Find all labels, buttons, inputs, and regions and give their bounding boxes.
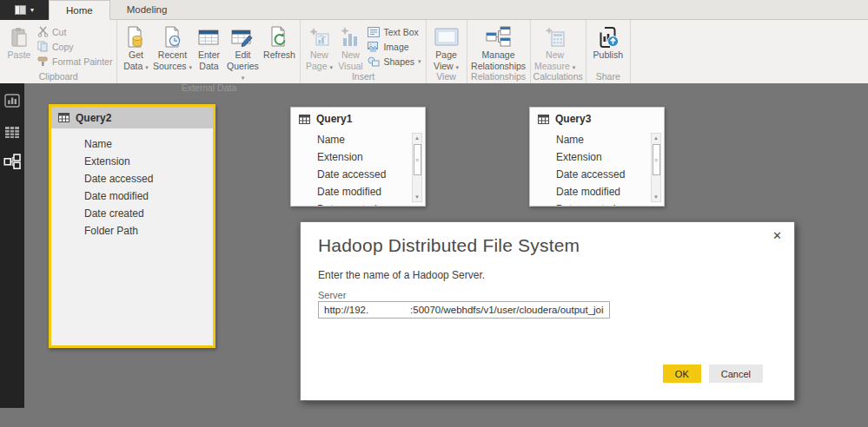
field-item[interactable]: Date modified bbox=[317, 186, 425, 203]
query3-title: Query3 bbox=[555, 113, 591, 125]
table-card-query2[interactable]: Query2 Name Extension Date accessed Date… bbox=[49, 104, 215, 348]
page-view-caret-icon: ▾ bbox=[456, 64, 460, 70]
cut-button[interactable]: Cut bbox=[36, 24, 114, 39]
new-visual-icon bbox=[339, 24, 361, 49]
field-item[interactable]: Name bbox=[556, 134, 664, 151]
scroll-down-icon[interactable]: ▼ bbox=[413, 193, 421, 201]
scroll-down-icon[interactable]: ▼ bbox=[652, 193, 660, 201]
field-item[interactable]: Extension bbox=[556, 151, 664, 168]
table-icon bbox=[299, 115, 310, 124]
field-item[interactable]: Date modified bbox=[556, 186, 664, 203]
field-item[interactable]: Name bbox=[317, 134, 425, 151]
shapes-button[interactable]: Shapes ▾ bbox=[366, 54, 422, 69]
get-data-button[interactable]: Get Data ▾ bbox=[120, 21, 151, 71]
scroll-up-icon[interactable]: ▲ bbox=[652, 134, 660, 142]
field-item[interactable]: Extension bbox=[84, 155, 213, 173]
group-label-calculations: Calculations bbox=[533, 71, 583, 83]
tab-modeling[interactable]: Modeling bbox=[110, 0, 184, 20]
new-measure-icon bbox=[544, 24, 567, 49]
model-view-icon bbox=[3, 154, 21, 169]
field-item[interactable]: Date accessed bbox=[556, 168, 664, 186]
app-menu-caret-icon: ▾ bbox=[30, 6, 34, 14]
ok-button[interactable]: OK bbox=[663, 365, 701, 383]
table-card-query1[interactable]: Query1 Name Extension Date accessed Date… bbox=[290, 107, 426, 207]
image-button[interactable]: Image bbox=[366, 39, 422, 54]
cancel-button[interactable]: Cancel bbox=[709, 365, 763, 383]
enter-data-button[interactable]: Enter Data bbox=[193, 21, 224, 71]
dialog-close-icon[interactable]: ✕ bbox=[769, 227, 785, 244]
new-page-icon bbox=[308, 24, 330, 49]
dialog-title: Hadoop Distributed File System bbox=[318, 235, 580, 256]
new-visual-button[interactable]: New Visual bbox=[335, 21, 366, 71]
recent-sources-caret-icon: ▾ bbox=[189, 64, 192, 70]
table-icon bbox=[538, 115, 549, 124]
model-view-button[interactable] bbox=[0, 150, 24, 173]
refresh-button[interactable]: Refresh bbox=[261, 21, 297, 61]
tab-home[interactable]: Home bbox=[49, 0, 110, 20]
format-painter-icon bbox=[37, 56, 49, 67]
new-measure-button[interactable]: New Measure ▾ bbox=[533, 21, 577, 71]
query1-fields: Name Extension Date accessed Date modifi… bbox=[291, 130, 425, 207]
view-sidebar bbox=[0, 83, 24, 408]
page-view-button[interactable]: Page View ▾ bbox=[429, 21, 464, 71]
ribbon-tabs: Home Modeling bbox=[49, 0, 183, 20]
field-item[interactable]: Name bbox=[84, 138, 213, 155]
recent-sources-button[interactable]: Recent Sources ▾ bbox=[151, 21, 193, 71]
scissors-icon bbox=[37, 26, 49, 37]
query1-scrollbar[interactable]: ▲ ≡ ▼ bbox=[412, 133, 422, 202]
new-page-button[interactable]: New Page ▾ bbox=[303, 21, 335, 71]
group-label-clipboard: Clipboard bbox=[3, 71, 114, 83]
query2-header[interactable]: Query2 bbox=[51, 107, 213, 128]
report-view-icon bbox=[4, 94, 20, 108]
data-view-icon bbox=[4, 126, 20, 139]
group-label-insert: Insert bbox=[303, 71, 422, 83]
data-view-button[interactable] bbox=[0, 121, 24, 143]
group-label-relationships: Relationships bbox=[470, 71, 527, 83]
table-card-query3[interactable]: Query3 Name Extension Date accessed Date… bbox=[529, 107, 665, 207]
query1-header[interactable]: Query1 bbox=[291, 108, 425, 130]
query3-header[interactable]: Query3 bbox=[530, 108, 664, 130]
edit-queries-button[interactable]: Edit Queries ▾ bbox=[224, 21, 261, 82]
edit-queries-caret-icon: ▾ bbox=[242, 75, 245, 81]
scroll-up-icon[interactable]: ▲ bbox=[413, 134, 421, 142]
scroll-thumb[interactable]: ≡ bbox=[414, 144, 421, 175]
field-item[interactable]: Date created bbox=[317, 203, 425, 207]
report-view-button[interactable] bbox=[0, 89, 24, 112]
new-measure-caret-icon: ▾ bbox=[573, 64, 576, 70]
query3-scrollbar[interactable]: ▲ ≡ ▼ bbox=[651, 133, 661, 202]
manage-relationships-icon bbox=[486, 24, 512, 49]
field-item[interactable]: Date accessed bbox=[84, 173, 213, 190]
scroll-thumb[interactable]: ≡ bbox=[653, 144, 660, 175]
manage-relationships-button[interactable]: Manage Relationships bbox=[470, 21, 527, 71]
paste-icon bbox=[10, 24, 29, 49]
app-menu-button[interactable]: ▾ bbox=[0, 0, 49, 20]
dialog-buttons: OK Cancel bbox=[663, 365, 763, 383]
copy-icon bbox=[37, 41, 49, 52]
field-item[interactable]: Extension bbox=[317, 151, 425, 168]
field-item[interactable]: Date created bbox=[84, 207, 213, 225]
text-box-icon bbox=[368, 27, 380, 37]
text-box-button[interactable]: Text Box bbox=[366, 24, 422, 39]
ribbon-group-clipboard: Paste Cut Copy Format Painter bbox=[0, 20, 117, 83]
field-item[interactable]: Date modified bbox=[84, 190, 213, 207]
field-item[interactable]: Date created bbox=[556, 203, 664, 207]
copy-button[interactable]: Copy bbox=[36, 39, 114, 54]
query1-title: Query1 bbox=[316, 113, 352, 125]
server-input[interactable] bbox=[318, 301, 610, 319]
format-painter-button[interactable]: Format Painter bbox=[36, 54, 114, 69]
publish-button[interactable]: Publish bbox=[589, 21, 627, 61]
new-page-caret-icon: ▾ bbox=[329, 64, 333, 70]
shapes-icon bbox=[368, 56, 380, 67]
field-item[interactable]: Folder Path bbox=[84, 225, 213, 242]
group-label-share: Share bbox=[589, 71, 627, 83]
ribbon-group-view: Page View ▾ View bbox=[427, 20, 467, 83]
paste-button[interactable]: Paste bbox=[3, 21, 36, 61]
query2-title: Query2 bbox=[76, 112, 111, 124]
table-icon bbox=[58, 113, 70, 122]
query2-fields: Name Extension Date accessed Date modifi… bbox=[51, 128, 213, 242]
page-view-icon bbox=[434, 24, 460, 49]
ribbon-group-share: Publish Share bbox=[586, 20, 631, 83]
ribbon-tab-strip: ▾ Home Modeling bbox=[0, 0, 868, 20]
field-item[interactable]: Date accessed bbox=[317, 168, 425, 186]
get-data-icon bbox=[124, 24, 147, 49]
